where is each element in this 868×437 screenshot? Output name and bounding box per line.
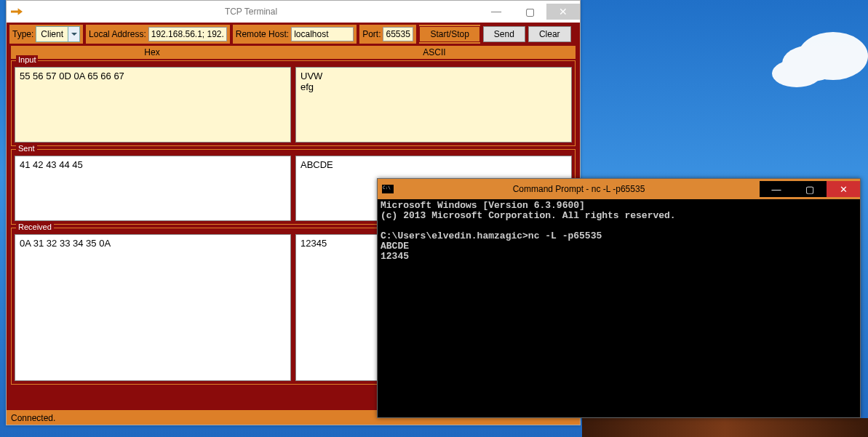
startstop-group: Start/Stop [419,25,479,44]
input-group: Input [11,60,576,146]
tcp-window-title: TCP Terminal [23,7,479,17]
input-hex-textarea[interactable] [15,67,291,143]
local-address-label: Local Address: [89,29,146,39]
cmd-output[interactable]: Microsoft Windows [Version 6.3.9600] (c)… [378,199,860,417]
type-value: Client [36,27,68,41]
input-ascii-textarea[interactable] [295,67,572,143]
remote-host-label: Remote Host: [236,29,289,39]
port-group: Port: [359,25,416,44]
start-stop-button[interactable]: Start/Stop [419,26,479,42]
hex-header: Hex [11,46,293,59]
input-legend: Input [16,55,38,64]
maximize-button[interactable]: ▢ [513,4,546,20]
sent-hex-textarea[interactable] [15,156,291,221]
chevron-down-icon[interactable] [68,27,79,41]
column-headers: Hex ASCII [11,46,576,59]
ascii-header: ASCII [293,46,576,59]
tcp-toolbar: Type: Client Local Address: Remote Host:… [7,23,580,46]
type-combobox[interactable]: Client [36,26,80,42]
port-label: Port: [362,29,381,39]
cmd-close-button[interactable]: ✕ [827,181,860,197]
cmd-titlebar[interactable]: Command Prompt - nc -L -p65535 — ▢ ✕ [378,179,860,199]
app-icon [11,6,23,17]
port-input[interactable] [383,27,413,41]
minimize-button[interactable]: — [479,4,513,20]
status-text: Connected. [11,413,55,423]
received-hex-textarea[interactable] [15,234,291,381]
cmd-icon [382,185,394,193]
type-label: Type: [12,29,33,39]
desktop-cloud [798,32,868,80]
local-address-input[interactable] [148,27,227,41]
desktop-ground [582,418,868,437]
remote-host-group: Remote Host: [233,25,357,44]
received-legend: Received [16,222,54,231]
cmd-minimize-button[interactable]: — [760,181,793,197]
send-button[interactable]: Send [483,26,525,42]
local-address-group: Local Address: [86,25,230,44]
cmd-maximize-button[interactable]: ▢ [793,181,827,197]
type-group: Type: Client [9,25,83,44]
sent-legend: Sent [16,144,37,153]
command-prompt-window: Command Prompt - nc -L -p65535 — ▢ ✕ Mic… [377,178,861,418]
remote-host-input[interactable] [291,27,354,41]
clear-button[interactable]: Clear [528,26,571,42]
close-button[interactable]: ✕ [546,4,580,20]
cmd-window-title: Command Prompt - nc -L -p65535 [398,184,760,194]
tcp-titlebar[interactable]: TCP Terminal — ▢ ✕ [7,1,580,23]
